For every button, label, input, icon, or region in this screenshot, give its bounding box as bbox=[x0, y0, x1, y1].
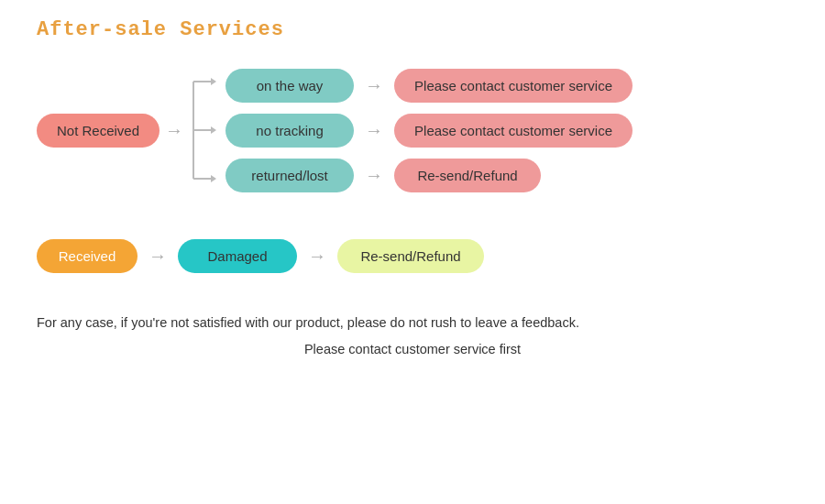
not-received-pill: Not Received bbox=[37, 114, 160, 148]
page-title: After-sale Services bbox=[37, 18, 788, 41]
status-on-the-way: on the way bbox=[226, 69, 354, 103]
branch-row-0: on the way → Please contact customer ser… bbox=[226, 69, 632, 103]
footer-line2: Please contact customer service first bbox=[37, 336, 788, 363]
diagram-section: Not Received → bbox=[37, 67, 788, 273]
received-arrow-1: → bbox=[148, 246, 167, 267]
svg-marker-6 bbox=[211, 175, 216, 182]
page: After-sale Services Not Received → bbox=[0, 0, 825, 381]
branch-container: on the way → Please contact customer ser… bbox=[226, 69, 632, 192]
not-received-section: Not Received → bbox=[37, 67, 788, 193]
branch-row-1: no tracking → Please contact customer se… bbox=[226, 114, 632, 148]
status-returned-lost: returned/lost bbox=[226, 159, 354, 192]
received-pill: Received bbox=[37, 239, 138, 273]
action-contact-2: Please contact customer service bbox=[394, 114, 632, 148]
branch-row-2: returned/lost → Re-send/Refund bbox=[226, 159, 632, 192]
svg-marker-5 bbox=[211, 126, 216, 134]
arrow-2: → bbox=[365, 165, 383, 186]
received-arrow-2: → bbox=[308, 246, 326, 267]
action-resend-refund-1: Re-send/Refund bbox=[394, 159, 541, 192]
arrow-1: → bbox=[365, 120, 383, 141]
svg-marker-4 bbox=[211, 78, 216, 85]
footer-line1: For any case, if you're not satisfied wi… bbox=[37, 310, 788, 336]
main-arrow: → bbox=[165, 120, 183, 141]
action-contact-1: Please contact customer service bbox=[394, 69, 632, 103]
footer: For any case, if you're not satisfied wi… bbox=[37, 310, 788, 363]
status-no-tracking: no tracking bbox=[226, 114, 354, 148]
arrow-0: → bbox=[365, 75, 383, 96]
received-section: Received → Damaged → Re-send/Refund bbox=[37, 239, 788, 273]
branch-lines-svg bbox=[189, 67, 216, 193]
damaged-pill: Damaged bbox=[178, 239, 297, 273]
action-resend-refund-2: Re-send/Refund bbox=[337, 239, 484, 273]
